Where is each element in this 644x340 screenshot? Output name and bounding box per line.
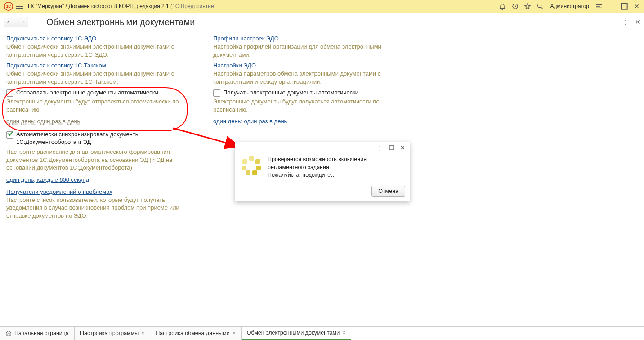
modal-text: Проверяется возможность включения реглам… <box>268 156 367 179</box>
modal-cancel-button[interactable]: Отмена <box>371 186 405 197</box>
nav-forward-button[interactable]: 🡒 <box>16 17 28 27</box>
connect-taxcom-link[interactable]: Подключиться к сервису 1С-Такском <box>6 62 106 69</box>
svg-rect-6 <box>389 145 394 149</box>
tab-label: Настройка обмена данными <box>156 330 229 336</box>
connect-edo-link[interactable]: Подключиться к сервису 1С-ЭДО <box>6 35 96 42</box>
page-title: Обмен электронными документами <box>46 17 195 27</box>
svg-text:1C: 1C <box>6 4 11 9</box>
send-auto-schedule-link[interactable]: один день; один раз в день <box>6 118 80 125</box>
profiles-desc: Настройка профилей организации для обмен… <box>213 43 393 58</box>
modal-maximize-button[interactable] <box>389 145 394 150</box>
modal-close-button[interactable]: ✕ <box>400 144 405 151</box>
send-auto-checkbox[interactable] <box>6 89 13 97</box>
settings-link[interactable]: Настройки ЭДО <box>213 62 256 69</box>
sync-label: Автоматически синхронизировать документы <box>16 131 139 138</box>
send-auto-desc: Электронные документы будут отправляться… <box>6 98 186 113</box>
window-title-secondary: (1С:Предприятие) <box>170 3 216 9</box>
recipients-link[interactable]: Получатели уведомлений о проблемах <box>6 188 112 195</box>
sync-checkbox[interactable] <box>6 131 13 139</box>
close-page-button[interactable]: ✕ <box>635 18 640 26</box>
left-column: Подключиться к сервису 1С-ЭДО Обмен юрид… <box>6 35 186 224</box>
recv-auto-schedule-link[interactable]: один день; один раз в день <box>213 118 287 125</box>
more-icon[interactable]: ⋮ <box>622 18 629 26</box>
recipients-desc: Настройте список пользователей, которые … <box>6 196 186 220</box>
history-icon[interactable] <box>511 3 519 10</box>
star-icon[interactable] <box>524 3 531 10</box>
tab-program-settings[interactable]: Настройка программы × <box>75 327 150 340</box>
home-icon <box>5 330 12 336</box>
user-name[interactable]: Администратор <box>550 3 589 9</box>
modal-dialog: ⋮ ✕ Проверяется возможность включения ре… <box>235 142 410 201</box>
window-maximize-button[interactable] <box>621 3 628 10</box>
window-title: ГК "Меркурий" / Документооборот 8 КОРП, … <box>28 3 216 9</box>
tab-close-icon[interactable]: × <box>233 330 236 336</box>
titlebar: 1C ГК "Меркурий" / Документооборот 8 КОР… <box>0 0 644 13</box>
tab-close-icon[interactable]: × <box>342 330 345 336</box>
window-minimize-button[interactable]: — <box>608 3 615 10</box>
spinner-icon <box>242 156 261 175</box>
modal-more-icon[interactable]: ⋮ <box>377 144 383 151</box>
recv-auto-label: Получать электронные документы автоматич… <box>223 89 358 96</box>
sync-label-line2: 1С:Документооборота и ЭД <box>16 139 186 145</box>
window-close-button[interactable]: ✕ <box>633 3 640 10</box>
tab-close-icon[interactable]: × <box>141 330 144 336</box>
connect-taxcom-desc: Обмен юридически значимыми электронными … <box>6 70 186 85</box>
send-auto-label: Отправлять электронные документы автомат… <box>16 89 158 96</box>
tab-data-exchange-settings[interactable]: Настройка обмена данными × <box>150 327 241 340</box>
recv-auto-desc: Электронные документы будут получаться а… <box>213 98 393 113</box>
window-title-primary: ГК "Меркурий" / Документооборот 8 КОРП, … <box>28 3 169 9</box>
profiles-link[interactable]: Профили настроек ЭДО <box>213 35 279 42</box>
app-logo-icon: 1C <box>4 2 13 11</box>
sync-schedule-link[interactable]: один день; каждые 600 секунд <box>6 176 89 183</box>
tab-label: Обмен электронными документами <box>247 330 340 336</box>
bell-icon[interactable] <box>499 3 506 10</box>
main-menu-icon[interactable] <box>16 4 23 9</box>
window-tabs: Начальная страница Настройка программы ×… <box>0 326 644 340</box>
svg-point-3 <box>538 4 541 8</box>
tab-home-label: Начальная страница <box>14 330 69 336</box>
tab-label: Настройка программы <box>80 330 139 336</box>
page-header: 🡐 🡒 Обмен электронными документами ⋮ ✕ <box>0 13 644 31</box>
panel-settings-icon[interactable] <box>595 3 603 10</box>
svg-rect-4 <box>621 3 627 9</box>
recv-auto-checkbox[interactable] <box>213 89 220 97</box>
tab-edo-exchange[interactable]: Обмен электронными документами × <box>242 327 352 340</box>
nav-buttons: 🡐 🡒 <box>4 17 28 27</box>
settings-desc: Настройка параметров обмена электронными… <box>213 70 393 85</box>
sync-desc: Настройте расписание для автоматического… <box>6 148 186 172</box>
tab-home[interactable]: Начальная страница <box>0 327 75 340</box>
connect-edo-desc: Обмен юридически значимыми электронными … <box>6 43 186 58</box>
search-icon[interactable] <box>537 3 544 10</box>
nav-back-button[interactable]: 🡐 <box>4 17 16 27</box>
